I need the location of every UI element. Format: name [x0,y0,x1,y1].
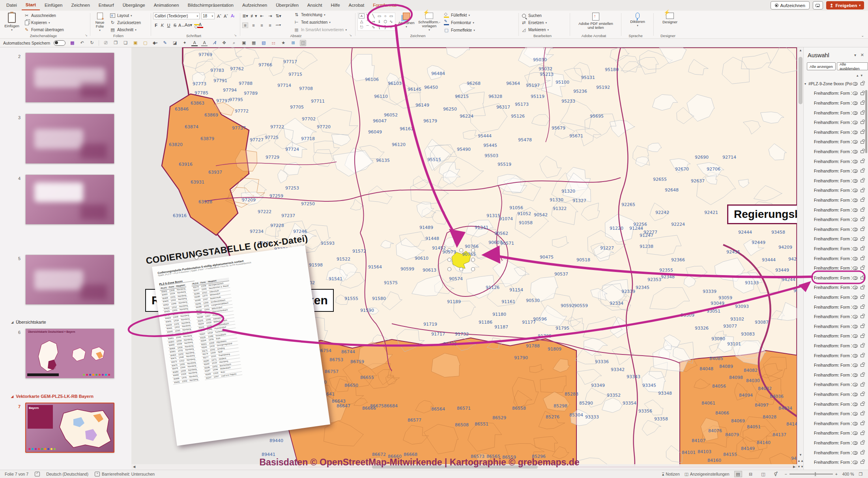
codierungstabelle-doc[interactable]: Codierungstabelle Punktnotation 5-stelli… [152,245,330,446]
table-icon[interactable]: ⊞ [290,40,296,46]
tab-datei[interactable]: Datei [2,1,21,10]
reset-button[interactable]: ↻ Zurücksetzen [110,19,141,26]
language-status[interactable]: Deutsch (Deutschland) [46,472,88,476]
visibility-eye-icon[interactable] [853,364,858,367]
tab-start[interactable]: Start [22,0,40,10]
paste-special-icon[interactable]: ⎚ [103,40,109,46]
spellcheck-icon[interactable] [35,472,40,476]
unlock-icon[interactable] [861,199,864,202]
increase-indent-button[interactable]: ⇥ [267,13,273,19]
star-shape-icon[interactable]: ☆ [388,24,394,30]
pane-shape-row[interactable]: Freihandform: Form 1... [804,457,868,467]
dialog-launcher-icon[interactable]: ↘ [85,34,88,37]
chart-icon[interactable]: ⚏ [270,40,277,46]
visibility-eye-icon[interactable] [853,325,858,328]
unlock-icon[interactable] [861,374,864,377]
zoom-in-icon[interactable]: + [835,472,838,476]
visibility-eye-icon[interactable] [853,189,858,192]
unlock-icon[interactable] [861,412,864,415]
pane-options-chevron-icon[interactable]: ▾ [854,53,856,57]
visibility-eye-icon[interactable] [853,131,858,134]
show-all-button[interactable]: Alle anzeigen [807,62,836,70]
unlock-icon[interactable] [861,287,864,289]
notes-button[interactable]: ▴̅ Notizen [662,472,680,476]
arc-shape-icon[interactable]: ⌒ [365,24,370,30]
pane-shape-row[interactable]: Freihandform: Form 1... [804,312,868,322]
pane-shape-row[interactable]: Freihandform: Form 1... [804,448,868,458]
shape-fill-button[interactable]: Fülleffekt▾ [443,12,470,19]
unlock-icon[interactable] [861,267,864,270]
collapse-ribbon-icon[interactable]: ⌄ [861,34,864,37]
tab-acrobat[interactable]: Acrobat [345,1,369,10]
tab-überprüfen[interactable]: Überprüfen [272,1,303,10]
align-left-button[interactable]: ≡ [242,22,248,28]
zoom-level[interactable]: 400 % [842,472,854,476]
shape-effects-button[interactable]: Formeffekte▾ [443,27,475,34]
unlock-icon[interactable] [861,296,864,299]
pane-shape-row[interactable]: Freihandform: Form 1... [804,302,868,312]
slide-thumbnail-5[interactable] [25,255,114,305]
font-color2-qat-icon[interactable]: A [201,40,208,46]
unlock-icon[interactable] [861,238,864,241]
shape-outline-button[interactable]: Formkontur▾ [443,19,474,26]
shrink-font-button[interactable]: Aˇ [223,14,229,19]
roundrect-shape-icon[interactable]: ▭ [388,13,394,19]
tab-zeichnen[interactable]: Zeichnen [67,1,94,10]
tab-bildschirmpräsentation[interactable]: Bildschirmpräsentation [184,1,238,10]
visibility-eye-icon[interactable] [853,383,858,386]
fill-color-qat-icon[interactable]: ◆▾ [152,40,158,46]
pane-shape-row[interactable]: Freihandform: Form 1... [804,89,868,99]
unlock-icon[interactable] [861,277,864,279]
textbox-shape-icon[interactable]: A [359,13,365,19]
unlock-icon[interactable] [861,306,864,309]
visibility-eye-icon[interactable] [853,354,858,358]
selection-pane-icon[interactable]: ◫ [300,40,306,46]
tab-einfügen[interactable]: Einfügen [41,1,66,10]
fit-to-window-icon[interactable]: ❐ [859,472,862,476]
cut-button[interactable]: Ausschneiden [24,12,56,19]
pane-shape-row[interactable]: Freihandform: Form 1... [804,263,868,273]
justify-button[interactable]: ≡ [267,23,273,28]
unlock-icon[interactable] [861,160,864,163]
visibility-eye-icon[interactable] [853,373,858,377]
reading-view-button[interactable]: ◫ [760,471,767,477]
line2-shape-icon[interactable]: ╲ [370,13,376,19]
paste-button[interactable]: Einfügen▾ [2,12,22,32]
visibility-eye-icon[interactable] [853,101,858,105]
visibility-eye-icon[interactable] [853,334,858,338]
align-right-button[interactable]: ≡ [259,23,265,28]
visibility-eye-icon[interactable] [853,257,858,261]
pane-shape-row[interactable]: Freihandform: Form 1... [804,157,868,167]
unlock-icon[interactable] [861,432,864,435]
unlock-icon[interactable] [861,141,864,144]
visibility-eye-icon[interactable] [853,306,858,309]
bullets-button[interactable]: ≣▾ [242,13,248,19]
font-color-qat-icon[interactable]: A [191,40,198,46]
unlock-icon[interactable] [861,247,864,250]
tab-aufzeichnen[interactable]: Aufzeichnen [238,1,271,10]
visibility-eye-icon[interactable] [853,160,858,163]
tab-formformat[interactable]: Formformat [369,1,400,10]
scroll-left-icon[interactable]: ◀ [131,464,137,470]
replace-button[interactable]: ⇄ Ersetzen▾ [521,19,547,26]
designer-button[interactable]: Designer [660,12,680,32]
pane-shape-row[interactable]: Freihandform: Form 1... [804,429,868,439]
unlock-icon[interactable] [861,354,864,357]
unlock-icon[interactable] [861,209,864,212]
zoom-qat-icon[interactable]: ⌕ [231,40,237,46]
save-icon[interactable]: ▩ [69,40,75,46]
pane-shape-row[interactable]: Freihandform: Form 1... [804,147,868,157]
unlock-icon[interactable] [861,364,864,367]
previous-slide-icon[interactable]: ▲▲ [797,458,804,464]
tab-entwurf[interactable]: Entwurf [95,1,118,10]
line-spacing-button[interactable]: ⇅▾ [275,13,281,19]
unlock-icon[interactable] [861,82,864,85]
slide-thumbnail-3[interactable] [25,114,114,164]
scroll-up-icon[interactable]: ▲ [797,47,804,53]
pane-shape-row[interactable]: Freihandform: Form 1... [804,292,868,302]
unlock-icon[interactable] [861,131,864,134]
image-icon[interactable]: ▧ [260,40,267,46]
unlock-icon[interactable] [861,218,864,221]
pane-shape-row[interactable]: Freihandform: Form 1... [804,399,868,409]
unlock-icon[interactable] [861,92,864,95]
